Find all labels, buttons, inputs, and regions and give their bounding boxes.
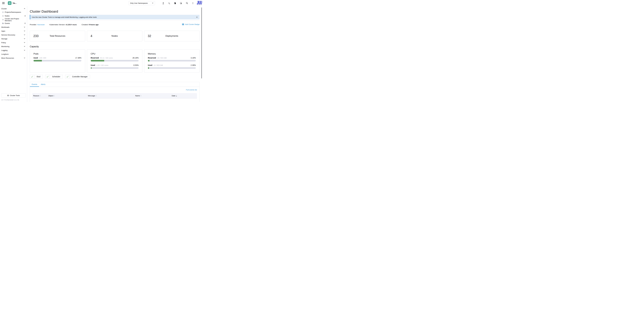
- nodes-label: Nodes: [87, 35, 142, 37]
- cluster-name-title: ha...: [13, 2, 16, 4]
- check-icon: [66, 76, 68, 78]
- memory-reserved-percent: 3.18%: [190, 57, 196, 59]
- kubernetes-version-label: Kubernetes Version:: [50, 24, 65, 26]
- column-label: Date: [172, 95, 176, 97]
- sidebar-group-label: Cluster: [1, 8, 7, 10]
- cluster-tools-button[interactable]: ⚙ Cluster Tools: [1, 93, 26, 97]
- sidebar-group-label: Storage: [1, 38, 7, 40]
- controller-manager-status-badge: Controller Manager: [65, 75, 90, 78]
- copy-kubeconfig-icon[interactable]: [180, 2, 182, 4]
- sidebar-group-policy[interactable]: Policy: [0, 41, 27, 44]
- provider-link[interactable]: Harvester: [37, 24, 45, 26]
- harvester-logo[interactable]: [8, 1, 12, 5]
- close-icon[interactable]: ✕: [196, 16, 198, 18]
- cpu-reserved-percent: 28.18%: [132, 57, 138, 59]
- kubernetes-version-value: v1.25.9: [66, 24, 72, 26]
- cluster-tools-label: Cluster Tools: [10, 95, 20, 96]
- sidebar-group-label: Policy: [1, 42, 6, 44]
- column-header-name[interactable]: Name: [134, 95, 171, 97]
- sort-icon: [140, 95, 142, 96]
- events-count-badge: 0: [24, 22, 26, 24]
- sort-icon: [54, 95, 55, 96]
- sidebar-group-service-discovery[interactable]: Service Discovery: [0, 33, 27, 37]
- deployments-label: Deployments: [144, 35, 200, 37]
- memory-used-percent: 2.39%: [190, 64, 196, 66]
- namespace-filter-dropdown[interactable]: Only User Namespaces: [128, 1, 155, 5]
- tab-alerts[interactable]: Alerts: [39, 82, 47, 87]
- sidebar-item-events[interactable]: Events 0: [0, 21, 27, 25]
- scheduler-status-badge: Scheduler: [45, 75, 63, 78]
- etcd-status-badge: Etcd: [30, 75, 43, 78]
- pods-used-progress-fill: [34, 60, 42, 61]
- divider: [30, 20, 200, 21]
- memory-reserved-row: Reserved 16 / 503 GiB 3.18%: [148, 57, 196, 59]
- memory-used-progress-fill: [148, 67, 149, 69]
- sidebar-item-projects-namespaces[interactable]: Projects/Namespaces: [0, 10, 27, 14]
- count-cards-row: 233 Total Resources 4 Nodes 32 Deploymen…: [30, 31, 200, 41]
- events-tab-bar: Events Alerts: [30, 82, 200, 87]
- sidebar-group-label: More Resources: [1, 57, 14, 59]
- events-panel: Events Alerts Full events list Reason: [30, 82, 200, 102]
- cpu-reserved-progress-bar: [91, 60, 138, 61]
- column-header-message[interactable]: Message: [87, 95, 134, 97]
- vertical-scrollbar[interactable]: [202, 7, 202, 78]
- sidebar-group-apps[interactable]: Apps: [0, 29, 27, 33]
- cpu-used-detail: 1.02 / 192 cores: [96, 64, 108, 66]
- hamburger-menu-icon[interactable]: [2, 2, 5, 4]
- cluster-tools-banner: Use the new Cluster Tools to manage and …: [30, 15, 200, 19]
- cpu-reserved-progress-fill: [91, 60, 104, 61]
- add-cluster-badge-button[interactable]: Add Cluster Badge: [182, 23, 200, 25]
- events-table: Reason Object: [32, 93, 197, 99]
- column-header-object[interactable]: Object: [48, 95, 87, 97]
- badge-icon: [182, 23, 184, 25]
- total-resources-label: Total Resources: [30, 35, 85, 37]
- sidebar-item-label: Events: [5, 22, 10, 24]
- upload-icon[interactable]: [162, 2, 164, 4]
- search-icon[interactable]: [186, 2, 188, 4]
- sidebar-group-more-resources[interactable]: More Resources: [0, 56, 27, 60]
- tab-events[interactable]: Events: [30, 82, 39, 87]
- events-table-header: Reason Object: [32, 93, 197, 99]
- sidebar-group-storage[interactable]: Storage: [0, 37, 27, 41]
- sidebar-group-logging[interactable]: Logging: [0, 48, 27, 52]
- globe-icon: [2, 15, 4, 17]
- sidebar-group-label: Monitoring: [1, 45, 10, 47]
- kebab-menu-icon[interactable]: [192, 2, 194, 4]
- controller-manager-label: Controller Manager: [70, 75, 90, 78]
- folder-icon: [2, 22, 4, 24]
- full-events-list-link[interactable]: Full events list: [186, 89, 197, 91]
- memory-used-row: Used 12 / 503 GiB 2.39%: [148, 64, 196, 66]
- kubernetes-version-info: Kubernetes Version: v1.25.9 +rke2r1: [50, 24, 77, 26]
- download-kubeconfig-file-icon[interactable]: [174, 2, 176, 4]
- kubernetes-version-suffix: +rke2r1: [72, 24, 77, 25]
- sidebar-group-monitoring[interactable]: Monitoring: [0, 44, 27, 48]
- cpu-reserved-row: Reserved 54.11 / 192 cores 28.18%: [91, 57, 138, 59]
- created-label: Created:: [82, 24, 88, 26]
- cpu-reserved-detail: 54.11 / 192 cores: [100, 57, 113, 59]
- chevron-down-icon: [24, 38, 25, 39]
- memory-reserved-progress-bar: [148, 60, 196, 61]
- pods-used-detail: 139 / 800: [39, 57, 46, 59]
- sidebar-item-nodes[interactable]: Nodes 4: [0, 14, 27, 18]
- sidebar-group-longhorn[interactable]: Longhorn: [0, 52, 27, 56]
- chevron-down-icon: [24, 57, 25, 58]
- pods-used-progress-bar: [34, 60, 82, 61]
- sidebar-item-cluster-and-project-members[interactable]: Cluster and Project Members: [0, 18, 27, 21]
- sidebar-group-workloads[interactable]: Workloads: [0, 25, 27, 29]
- globe-icon: [2, 11, 4, 13]
- kubectl-shell-icon[interactable]: [168, 2, 170, 4]
- column-header-date[interactable]: Date: [171, 95, 197, 97]
- sidebar-spacer: [0, 60, 27, 93]
- cpu-used-row: Used 1.02 / 192 cores 0.53%: [91, 64, 138, 66]
- pods-capacity-card: Pods Used 139 / 800 17.38%: [30, 49, 85, 73]
- column-label: Reason: [33, 95, 39, 97]
- user-avatar[interactable]: [197, 1, 202, 5]
- memory-reserved-label: Reserved: [148, 57, 156, 59]
- chevron-down-icon: [24, 34, 25, 35]
- nodes-card: 4 Nodes: [87, 31, 142, 41]
- sidebar-group-cluster[interactable]: Cluster: [0, 7, 27, 10]
- column-header-reason[interactable]: Reason: [32, 95, 48, 97]
- provider-info: Provider: Harvester: [30, 24, 45, 26]
- column-label: Object: [48, 95, 53, 97]
- namespace-filter-value: Only User Namespaces: [130, 2, 148, 4]
